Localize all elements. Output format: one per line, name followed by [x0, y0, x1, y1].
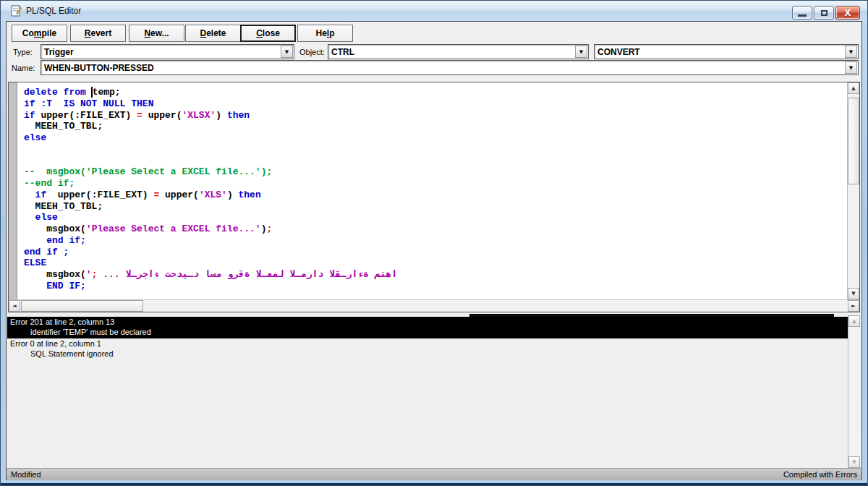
plsql-editor-window: PL/SQL Editor X CompileRevertNew...Delet… — [0, 0, 868, 486]
close-button[interactable]: Close — [240, 25, 296, 42]
convert-combobox[interactable]: CONVERT ▼ — [594, 44, 859, 59]
chevron-down-icon[interactable]: ▼ — [281, 46, 293, 58]
code-token: else — [35, 212, 58, 223]
editor-vertical-scrollbar[interactable]: ▲ ▼ — [847, 82, 859, 299]
code-line[interactable]: MEEH_TO_TBL; — [18, 201, 846, 213]
code-token: if — [35, 189, 47, 200]
name-combobox[interactable]: WHEN-BUTTON-PRESSED ▼ — [41, 60, 859, 75]
code-token: ' — [86, 269, 92, 280]
error-location: Error 201 at line 2, column 13 — [7, 317, 848, 328]
object-label: Object: — [299, 48, 325, 56]
code-token: ) — [216, 110, 227, 121]
status-modified: Modified — [11, 470, 41, 479]
code-line[interactable]: else — [18, 132, 846, 144]
code-token — [24, 281, 46, 291]
code-token: delete from — [24, 87, 92, 98]
scroll-up-icon[interactable]: ▲ — [848, 315, 860, 327]
code-token: ELSE — [24, 257, 46, 268]
scroll-down-icon[interactable]: ▼ — [848, 456, 860, 468]
code-line[interactable]: end if; — [18, 235, 846, 247]
code-token: -- msgbox('Please Select a EXCEL file...… — [24, 166, 272, 177]
compile-button[interactable]: Compile — [12, 25, 67, 42]
error-list[interactable]: Error 201 at line 2, column 13identifier… — [7, 317, 848, 360]
code-token — [24, 189, 35, 200]
app-icon — [10, 5, 22, 17]
error-location: Error 0 at line 2, column 1 — [7, 339, 848, 349]
code-line[interactable]: else — [18, 212, 846, 223]
chevron-down-icon[interactable]: ▼ — [575, 46, 587, 58]
convert-value: CONVERT — [595, 47, 844, 57]
code-text[interactable]: delete from temp;if :T IS NOT NULL THENi… — [18, 87, 846, 292]
code-line[interactable]: if upper(:FILE_EXT) = upper('XLS') then — [18, 189, 846, 201]
scroll-right-icon[interactable]: ► — [848, 300, 859, 312]
code-token: then — [227, 110, 250, 121]
revert-button[interactable]: Revert — [70, 25, 126, 42]
code-token: msgbox( — [24, 269, 86, 280]
code-token: upper( — [159, 189, 199, 200]
code-token: if — [24, 110, 35, 121]
close-window-button[interactable]: X — [835, 6, 860, 20]
code-token: temp; — [93, 87, 121, 98]
code-token: upper( — [142, 110, 182, 121]
code-token: END IF; — [46, 281, 86, 291]
error-item[interactable]: Error 0 at line 2, column 1SQL Statement… — [7, 338, 848, 360]
delete-button[interactable]: Delete — [185, 25, 241, 42]
chevron-down-icon[interactable]: ▼ — [845, 61, 857, 74]
new-button[interactable]: New... — [129, 25, 184, 42]
code-line[interactable]: -- msgbox('Please Select a EXCEL file...… — [18, 166, 846, 178]
code-token: ... — [97, 269, 125, 280]
code-line[interactable]: MEEH_TO_TBL; — [18, 121, 846, 132]
name-label: Name: — [12, 64, 35, 72]
horizontal-scroll-thumb[interactable] — [21, 300, 143, 312]
editor-horizontal-scrollbar[interactable]: ◄ ► — [9, 299, 859, 312]
error-message: identifier 'TEMP' must be declared — [7, 328, 848, 338]
name-value: WHEN-BUTTON-PRESSED — [41, 63, 844, 73]
code-token: ) — [227, 189, 239, 200]
type-value: Trigger — [41, 47, 280, 57]
code-token: then — [239, 189, 261, 200]
vertical-scroll-thumb[interactable] — [848, 98, 859, 184]
error-vertical-scrollbar[interactable]: ▲ ▼ — [848, 315, 860, 468]
code-line[interactable]: end if ; — [18, 247, 846, 258]
object-value: CTRL — [328, 47, 574, 57]
code-token: end if ; — [24, 247, 69, 257]
scroll-down-icon[interactable]: ▼ — [848, 288, 859, 299]
code-token: 'XLS' — [199, 189, 227, 200]
code-token: MEEH_TO_TBL; — [24, 201, 103, 212]
help-button[interactable]: Help — [297, 25, 353, 42]
code-token: 'XLSX' — [182, 110, 216, 121]
code-token: ; — [266, 223, 272, 234]
scroll-left-icon[interactable]: ◄ — [9, 300, 20, 312]
code-line[interactable]: END IF; — [18, 281, 846, 292]
scroll-up-icon[interactable]: ▲ — [848, 82, 859, 94]
code-line[interactable]: --end if; — [18, 178, 846, 189]
error-message: SQL Statement ignored — [7, 349, 848, 359]
close-icon: X — [844, 8, 851, 18]
code-line[interactable]: if :T IS NOT NULL THEN — [18, 98, 846, 110]
code-line[interactable] — [18, 144, 846, 155]
code-line[interactable]: msgbox('; ... الـرجاء تحديـد اسم ورقة ال… — [18, 269, 846, 281]
maximize-button[interactable] — [814, 6, 834, 20]
code-token — [24, 235, 46, 246]
code-line[interactable] — [18, 155, 846, 167]
code-line[interactable]: delete from temp; — [18, 87, 846, 98]
caption-buttons: X — [792, 6, 860, 20]
type-label: Type: — [13, 48, 33, 56]
type-combobox[interactable]: Trigger ▼ — [41, 44, 294, 59]
code-token: MEEH_TO_TBL; — [24, 121, 103, 132]
minimize-button[interactable] — [792, 6, 812, 20]
code-token: else — [24, 132, 46, 143]
error-item[interactable]: Error 201 at line 2, column 13identifier… — [7, 317, 848, 338]
code-token: --end if; — [24, 178, 75, 189]
code-line[interactable]: if upper(:FILE_EXT) = upper('XLSX') then — [18, 110, 846, 122]
object-combobox[interactable]: CTRL ▼ — [328, 44, 589, 59]
code-token: if :T IS NOT NULL THEN — [24, 98, 153, 109]
window-title: PL/SQL Editor — [26, 6, 81, 16]
chevron-down-icon[interactable]: ▼ — [845, 46, 857, 58]
code-line[interactable]: msgbox('Please Select a EXCEL file...'); — [18, 223, 846, 235]
code-token: msgbox( — [24, 223, 86, 234]
code-editor[interactable]: delete from temp;if :T IS NOT NULL THENi… — [8, 82, 860, 312]
code-line[interactable]: ELSE — [18, 257, 846, 269]
title-bar[interactable]: PL/SQL Editor X — [1, 1, 867, 21]
error-list-panel: Error 201 at line 2, column 13identifier… — [7, 314, 860, 468]
